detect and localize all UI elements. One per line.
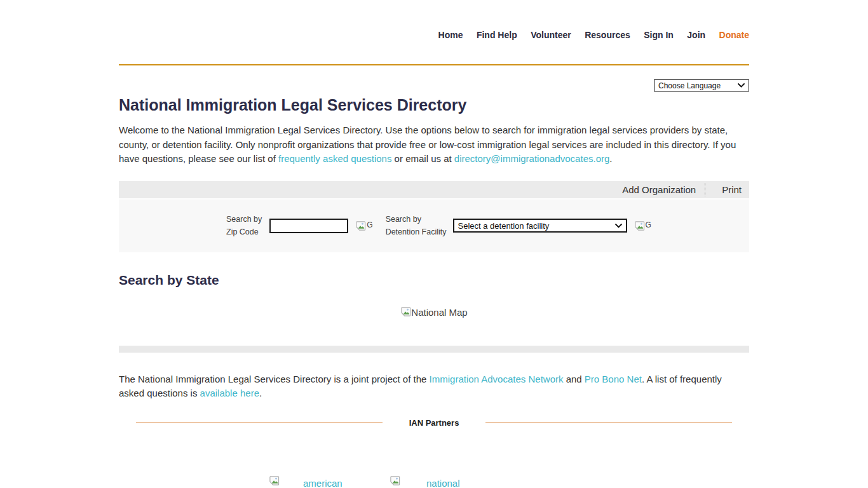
language-select-value: Choose Language (658, 81, 721, 90)
facility-label-line1: Search by (386, 213, 447, 226)
facility-label-line2: Detention Facility (386, 226, 447, 238)
available-here-link[interactable]: available here (200, 388, 259, 398)
nav-join[interactable]: Join (687, 30, 705, 40)
broken-image-icon (390, 475, 400, 486)
nav-volunteer[interactable]: Volunteer (531, 30, 571, 40)
footer-text-4: . (259, 388, 262, 398)
partner-logo-american[interactable]: american (269, 475, 342, 488)
add-organization-link[interactable]: Add Organization (622, 184, 705, 195)
zip-code-input[interactable] (269, 219, 348, 233)
zip-label-line2: Zip Code (226, 226, 262, 238)
broken-image-icon (269, 475, 280, 486)
divider-line-right (485, 423, 732, 423)
chevron-down-icon (615, 224, 622, 228)
chevron-down-icon (738, 83, 745, 88)
detention-facility-select[interactable]: Select a detention facility (453, 219, 627, 233)
language-select[interactable]: Choose Language (654, 79, 749, 92)
facility-search-label: Search by Detention Facility (386, 213, 447, 238)
broken-image-icon (400, 306, 411, 317)
email-link[interactable]: directory@immigrationadvocates.org (454, 153, 610, 164)
footer-text-2: and (563, 374, 584, 384)
partner-logo-american-alt: american (303, 478, 342, 488)
nav-find-help[interactable]: Find Help (477, 30, 517, 40)
intro-paragraph: Welcome to the National Immigration Lega… (119, 123, 749, 166)
intro-text-3: . (609, 153, 612, 164)
directory-toolbar: Add Organization Print (119, 181, 749, 200)
zip-go-alt-text: G (367, 220, 372, 229)
zip-go-button[interactable]: G (355, 220, 372, 231)
search-area: Search by Zip Code G Search by Detention… (119, 200, 749, 252)
page-title: National Immigration Legal Services Dire… (119, 96, 749, 114)
faq-link[interactable]: frequently asked questions (278, 153, 391, 164)
broken-image-icon (634, 220, 645, 231)
intro-text-2: or email us at (391, 153, 454, 164)
print-link[interactable]: Print (705, 183, 749, 196)
top-navigation: Home Find Help Volunteer Resources Sign … (119, 0, 749, 41)
divider-line-left (136, 423, 383, 423)
footer-paragraph: The National Immigration Legal Services … (119, 372, 749, 401)
national-map-placeholder[interactable]: National Map (119, 306, 749, 318)
nav-sign-in[interactable]: Sign In (644, 30, 674, 40)
page-container: Home Find Help Volunteer Resources Sign … (119, 0, 749, 428)
national-map-alt-text: National Map (411, 307, 467, 318)
footer-text-1: The National Immigration Legal Services … (119, 374, 430, 384)
facility-select-value: Select a detention facility (458, 221, 550, 231)
ian-link[interactable]: Immigration Advocates Network (430, 374, 564, 384)
partner-logo-national-alt: national (426, 478, 460, 488)
section-divider-band (119, 346, 749, 353)
nav-resources[interactable]: Resources (585, 30, 630, 40)
ian-partners-heading: IAN Partners (409, 418, 459, 428)
zip-label-line1: Search by (226, 213, 262, 226)
header-divider (119, 64, 749, 65)
pro-bono-net-link[interactable]: Pro Bono Net (585, 374, 642, 384)
broken-image-icon (355, 220, 366, 231)
zip-search-label: Search by Zip Code (226, 213, 262, 238)
facility-go-button[interactable]: G (634, 220, 651, 231)
partner-logo-national[interactable]: national (390, 475, 460, 488)
ian-partners-divider: IAN Partners (119, 418, 749, 428)
facility-go-alt-text: G (646, 220, 651, 229)
partner-logos-row: american national (0, 475, 868, 488)
language-row: Choose Language (119, 79, 749, 92)
nav-donate[interactable]: Donate (719, 30, 749, 40)
search-by-state-heading: Search by State (119, 273, 749, 288)
nav-home[interactable]: Home (438, 30, 463, 40)
